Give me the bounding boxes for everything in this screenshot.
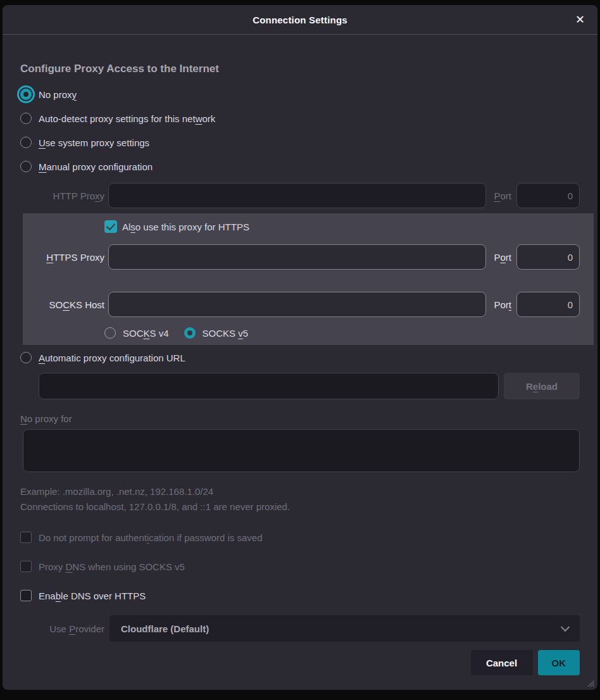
no-proxy-for-label: No proxy for (20, 413, 580, 424)
radio-row-auto-detect[interactable]: Auto-detect proxy settings for this netw… (20, 112, 580, 125)
http-proxy-input[interactable] (108, 183, 486, 208)
auto-detect-label: Auto-detect proxy settings for this netw… (39, 113, 215, 124)
reload-button[interactable]: Reload (504, 373, 580, 399)
http-port-input[interactable] (516, 183, 580, 208)
socks-host-row: SOCKS Host Port (23, 292, 580, 317)
localhost-note-text: Connections to localhost, 127.0.0.1/8, a… (20, 501, 580, 512)
provider-selected-value: Cloudflare (Default) (121, 623, 209, 634)
resize-grip[interactable] (585, 678, 594, 687)
page-title: Configure Proxy Access to the Internet (20, 63, 580, 75)
radio-row-system-proxy[interactable]: Use system proxy settings (20, 136, 580, 149)
manual-proxy-radio[interactable] (20, 161, 32, 172)
highlighted-section: Also use this proxy for HTTPS HTTPS Prox… (23, 213, 594, 345)
socks-host-label: SOCKS Host (23, 299, 104, 310)
socks-version-row: SOCKS v4 SOCKS v5 (104, 327, 580, 339)
socks-v4-radio[interactable] (104, 327, 116, 339)
auto-url-label: Automatic proxy configuration URL (39, 353, 185, 363)
proxy-dns-checkbox[interactable] (20, 561, 32, 572)
http-port-label: Port (494, 191, 511, 201)
manual-proxy-label: Manual proxy configuration (39, 161, 153, 172)
no-proxy-example-text: Example: .mozilla.org, .net.nz, 192.168.… (20, 486, 580, 497)
socks-port-input[interactable] (516, 292, 580, 317)
dialog-titlebar: Connection Settings ✕ (3, 5, 597, 35)
cancel-button[interactable]: Cancel (471, 650, 533, 675)
auth-prompt-row[interactable]: Do not prompt for authentication if pass… (20, 531, 580, 544)
auto-detect-radio[interactable] (20, 113, 32, 124)
chevron-down-icon (561, 623, 570, 632)
socks-v5-label: SOCKS v5 (203, 328, 249, 339)
auth-prompt-label: Do not prompt for authentication if pass… (39, 532, 263, 543)
also-use-https-checkbox[interactable] (104, 220, 117, 233)
radio-row-no-proxy[interactable]: No proxy (20, 88, 580, 101)
radio-row-manual-proxy[interactable]: Manual proxy configuration (20, 160, 580, 173)
socks-v5-radio[interactable] (184, 327, 196, 339)
doh-label: Enable DNS over HTTPS (39, 591, 146, 601)
dialog-title: Connection Settings (253, 15, 347, 25)
dialog-footer: Cancel OK (20, 650, 580, 675)
https-port-input[interactable] (516, 244, 580, 270)
also-use-https-label: Also use this proxy for HTTPS (122, 222, 249, 232)
provider-row: Use Provider Cloudflare (Default) (20, 615, 580, 642)
socks-v4-label: SOCKS v4 (123, 328, 169, 339)
http-proxy-label: HTTP Proxy (20, 191, 104, 201)
doh-checkbox[interactable] (20, 590, 32, 601)
auth-prompt-checkbox[interactable] (20, 532, 32, 543)
system-proxy-label: Use system proxy settings (39, 137, 149, 148)
ok-button[interactable]: OK (538, 650, 580, 675)
auto-url-radio[interactable] (20, 352, 32, 363)
doh-row[interactable]: Enable DNS over HTTPS (20, 589, 580, 602)
proxy-dns-label: Proxy DNS when using SOCKS v5 (39, 561, 185, 572)
auto-url-input[interactable] (39, 373, 499, 399)
http-proxy-row: HTTP Proxy Port (20, 183, 580, 208)
proxy-dns-row[interactable]: Proxy DNS when using SOCKS v5 (20, 560, 580, 573)
system-proxy-radio[interactable] (20, 137, 32, 148)
no-proxy-radio[interactable] (20, 89, 32, 100)
use-provider-label: Use Provider (20, 623, 104, 634)
https-proxy-label: HTTPS Proxy (23, 252, 104, 263)
close-icon[interactable]: ✕ (575, 14, 585, 25)
no-proxy-label: No proxy (39, 89, 77, 100)
provider-dropdown[interactable]: Cloudflare (Default) (109, 615, 580, 642)
no-proxy-for-textarea[interactable] (23, 429, 580, 472)
dialog-body: Configure Proxy Access to the Internet N… (3, 63, 597, 675)
socks-host-input[interactable] (108, 292, 486, 317)
https-same-proxy-row[interactable]: Also use this proxy for HTTPS (104, 220, 580, 234)
auto-url-row: Reload (20, 373, 580, 399)
https-port-label: Port (494, 252, 511, 263)
https-proxy-row: HTTPS Proxy Port (23, 244, 580, 270)
https-proxy-input[interactable] (108, 244, 486, 270)
socks-port-label: Port (494, 299, 511, 310)
connection-settings-dialog: Connection Settings ✕ Configure Proxy Ac… (3, 5, 597, 690)
radio-row-auto-url[interactable]: Automatic proxy configuration URL (20, 351, 580, 364)
